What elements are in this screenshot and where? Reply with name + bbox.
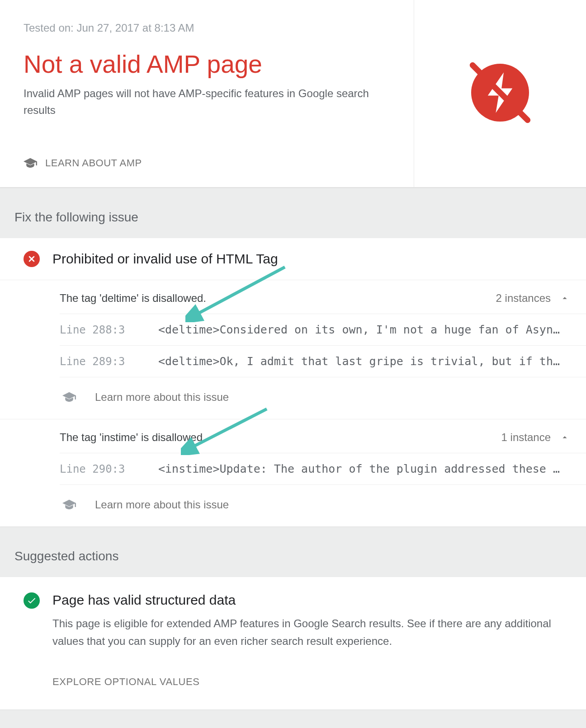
section-heading-suggested: Suggested actions — [0, 526, 586, 577]
issue-title: Prohibited or invalid use of HTML Tag — [52, 251, 278, 267]
graduation-cap-icon — [62, 392, 76, 403]
result-header-main: Tested on: Jun 27, 2017 at 8:13 AM Not a… — [0, 0, 414, 187]
sub-issue-header[interactable]: The tag 'instime' is disallowed. 1 insta… — [60, 419, 586, 453]
chevron-up-icon — [560, 293, 570, 303]
sub-issue-deltime: The tag 'deltime' is disallowed. 2 insta… — [0, 280, 586, 419]
line-ref: Line 288:3 — [60, 324, 158, 336]
line-ref: Line 290:3 — [60, 463, 158, 475]
sub-issue-title: The tag 'deltime' is disallowed. — [60, 292, 496, 305]
chevron-up-icon — [560, 432, 570, 442]
sub-issue-title: The tag 'instime' is disallowed. — [60, 431, 501, 444]
learn-more-link[interactable]: Learn more about this issue — [60, 485, 586, 526]
learn-about-amp-link[interactable]: LEARN ABOUT AMP — [24, 157, 390, 169]
sub-issue-instime: The tag 'instime' is disallowed. 1 insta… — [0, 419, 586, 526]
learn-more-label: Learn more about this issue — [95, 498, 229, 511]
code-row[interactable]: Line 289:3 <deltime>Ok, I admit that las… — [60, 346, 586, 377]
instances-count: 2 instances — [496, 292, 551, 305]
explore-optional-values-link[interactable]: EXPLORE OPTIONAL VALUES — [52, 676, 562, 688]
code-snippet: <instime>Update: The author of the plugi… — [158, 462, 570, 475]
sub-issue-header[interactable]: The tag 'deltime' is disallowed. 2 insta… — [60, 280, 586, 314]
suggested-content: Page has valid structured data This page… — [52, 592, 562, 701]
issue-header: Prohibited or invalid use of HTML Tag — [0, 238, 586, 280]
suggested-action-card: Page has valid structured data This page… — [0, 577, 586, 709]
instances-count: 1 instance — [501, 431, 551, 444]
instances-toggle[interactable]: 2 instances — [496, 292, 570, 305]
line-ref: Line 289:3 — [60, 355, 158, 368]
code-snippet: <deltime>Ok, I admit that last gripe is … — [158, 355, 570, 368]
result-status-icon-area — [414, 0, 586, 187]
code-row[interactable]: Line 288:3 <deltime>Considered on its ow… — [60, 314, 586, 346]
learn-more-link[interactable]: Learn more about this issue — [60, 377, 586, 419]
suggested-title: Page has valid structured data — [52, 592, 562, 608]
error-icon — [24, 251, 40, 267]
result-subtitle: Invalid AMP pages will not have AMP-spec… — [24, 85, 385, 118]
result-header-card: Tested on: Jun 27, 2017 at 8:13 AM Not a… — [0, 0, 586, 188]
check-icon — [24, 592, 40, 609]
result-title: Not a valid AMP page — [24, 50, 390, 79]
learn-more-label: Learn more about this issue — [95, 391, 229, 404]
code-snippet: <deltime>Considered on its own, I'm not … — [158, 323, 570, 336]
instances-toggle[interactable]: 1 instance — [501, 431, 570, 444]
graduation-cap-icon — [24, 158, 37, 169]
code-row[interactable]: Line 290:3 <instime>Update: The author o… — [60, 453, 586, 485]
learn-about-amp-label: LEARN ABOUT AMP — [45, 157, 142, 169]
issue-card: Prohibited or invalid use of HTML Tag Th… — [0, 238, 586, 526]
suggested-row: Page has valid structured data This page… — [0, 577, 586, 709]
suggested-subtitle: This page is eligible for extended AMP f… — [52, 615, 562, 650]
tested-on-text: Tested on: Jun 27, 2017 at 8:13 AM — [24, 22, 390, 34]
section-heading-fix: Fix the following issue — [0, 188, 586, 238]
amp-invalid-icon — [464, 56, 536, 131]
graduation-cap-icon — [62, 499, 76, 510]
